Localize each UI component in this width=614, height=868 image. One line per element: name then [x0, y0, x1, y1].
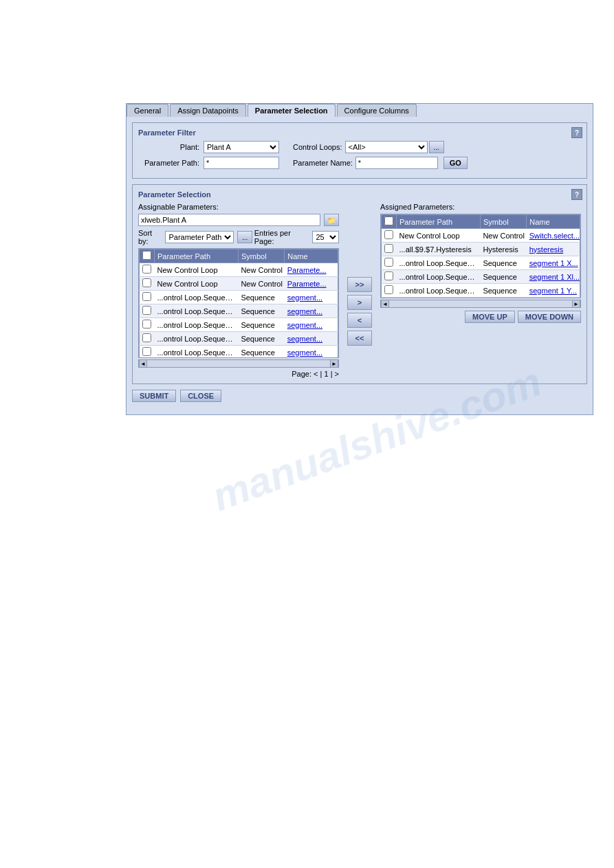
assigned-table-scroll[interactable]: Parameter Path Symbol Name New Control L… [380, 214, 581, 298]
assignable-row-checkbox[interactable] [142, 347, 151, 356]
assignable-row-checkbox[interactable] [142, 333, 151, 342]
assignable-col-path: Parameter Path [155, 249, 239, 263]
table-row[interactable]: ...ontrol Loop.Sequence Sequence segment… [140, 346, 338, 359]
close-button[interactable]: CLOSE [180, 390, 221, 402]
tabs-bar: General Assign Datapoints Parameter Sele… [127, 104, 593, 117]
assignable-row-name[interactable]: segment... [285, 318, 338, 332]
assignable-row-name[interactable]: segment... [285, 346, 338, 359]
assigned-row-name[interactable]: segment 1 Xl... [527, 270, 580, 284]
assignable-col-name: Name [285, 249, 338, 263]
assignable-hscroll-left[interactable]: ◄ [139, 359, 147, 368]
assignable-table: Parameter Path Symbol Name New Control L… [139, 249, 338, 358]
entries-select[interactable]: 25 [312, 231, 339, 243]
assigned-row-checkbox[interactable] [384, 230, 393, 239]
assigned-row-name[interactable]: segment 1 X... [527, 256, 580, 270]
assignable-row-path: ...ontrol Loop.Sequence [155, 332, 239, 346]
plant-select[interactable]: Plant A [204, 141, 279, 153]
assignable-row-name[interactable]: Paramete... [285, 277, 338, 291]
assignable-pagination: Page: < | 1 | > [138, 370, 339, 378]
assigned-col-symbol: Symbol [480, 215, 526, 229]
assignable-row-path: New Control Loop [155, 277, 239, 291]
assignable-row-name[interactable]: segment... [285, 332, 338, 346]
table-row[interactable]: ...ontrol Loop.Sequence Sequence segment… [140, 332, 338, 346]
parameter-selection-help-icon[interactable]: ? [571, 189, 582, 200]
move-down-button[interactable]: MOVE DOWN [518, 311, 581, 323]
plant-row: Plant: Plant A Control Loops: <All> ... [138, 141, 581, 153]
table-row[interactable]: New Control Loop New Control Loop Switch… [382, 229, 580, 243]
assignable-row-symbol: Sequence [238, 304, 284, 318]
table-row[interactable]: ...ontrol Loop.Sequence Sequence segment… [382, 270, 580, 284]
assignable-row-checkbox[interactable] [142, 320, 151, 329]
assigned-row-checkbox[interactable] [384, 285, 393, 294]
parameter-filter-help-icon[interactable]: ? [571, 127, 582, 138]
path-input[interactable] [138, 214, 320, 226]
table-row[interactable]: ...all.$9.$7.Hysteresis Hysteresis hyste… [382, 243, 580, 256]
assigned-panel: Assigned Parameters: Parameter Path Symb… [380, 203, 581, 378]
submit-button[interactable]: SUBMIT [132, 390, 176, 402]
path-browse-button[interactable]: 📁 [324, 214, 339, 226]
control-loops-select[interactable]: <All> [345, 141, 428, 153]
control-loops-label: Control Loops: [293, 143, 345, 151]
assigned-label: Assigned Parameters: [380, 203, 581, 211]
parameter-filter-title: Parameter Filter [138, 129, 581, 137]
assigned-row-path: ...ontrol Loop.Sequence [397, 270, 481, 284]
bottom-btns: SUBMIT CLOSE [132, 390, 587, 402]
assignable-row-checkbox[interactable] [142, 306, 151, 315]
table-row[interactable]: ...ontrol Loop.Sequence Sequence segment… [382, 284, 580, 298]
assigned-row-checkbox[interactable] [384, 271, 393, 280]
assignable-table-scroll[interactable]: Parameter Path Symbol Name New Control L… [138, 248, 339, 358]
control-loops-browse-button[interactable]: ... [429, 141, 444, 153]
assignable-row-symbol: Sequence [238, 332, 284, 346]
assigned-hscroll-left[interactable]: ◄ [381, 300, 389, 308]
assignable-row-checkbox[interactable] [142, 278, 151, 287]
plant-label: Plant: [138, 143, 204, 151]
assigned-hscroll[interactable]: ◄ ► [380, 300, 581, 308]
tab-parameter-selection[interactable]: Parameter Selection [248, 104, 336, 117]
assigned-table: Parameter Path Symbol Name New Control L… [381, 214, 580, 298]
assignable-row-symbol: Sequence [238, 318, 284, 332]
table-row[interactable]: New Control Loop New Control Loop Parame… [140, 277, 338, 291]
table-row[interactable]: ...ontrol Loop.Sequence Sequence segment… [140, 304, 338, 318]
table-row[interactable]: New Control Loop New Control Loop Parame… [140, 263, 338, 277]
tab-configure-columns[interactable]: Configure Columns [337, 104, 417, 117]
path-row: 📁 [138, 214, 339, 226]
go-button[interactable]: GO [443, 157, 468, 169]
assignable-panel: Assignable Parameters: 📁 Sort by: Parame… [138, 203, 339, 378]
tab-assign-datapoints[interactable]: Assign Datapoints [170, 104, 246, 117]
assignable-select-all-checkbox[interactable] [142, 251, 151, 260]
parameter-name-input[interactable] [355, 157, 438, 169]
parameter-path-label: Parameter Path: [138, 159, 204, 167]
assigned-row-checkbox[interactable] [384, 244, 393, 253]
tab-general[interactable]: General [127, 104, 168, 117]
sortby-select[interactable]: Parameter Path [165, 231, 234, 243]
assignable-row-checkbox[interactable] [142, 265, 151, 274]
assigned-hscroll-right[interactable]: ► [572, 300, 580, 308]
sortby-label: Sort by: [138, 229, 163, 245]
assigned-row-checkbox[interactable] [384, 258, 393, 267]
sortby-browse-button[interactable]: ... [237, 231, 252, 243]
assignable-hscroll-track [147, 360, 330, 367]
parameter-path-input[interactable] [204, 157, 279, 169]
assignable-row-symbol: Sequence [238, 346, 284, 359]
table-row[interactable]: ...ontrol Loop.Sequence Sequence segment… [140, 318, 338, 332]
assigned-row-name[interactable]: segment 1 Y... [527, 284, 580, 298]
transfer-left-button[interactable]: < [347, 313, 372, 328]
assignable-row-name[interactable]: segment... [285, 304, 338, 318]
table-row[interactable]: ...ontrol Loop.Sequence Sequence segment… [140, 291, 338, 304]
assigned-row-name[interactable]: hysteresis [527, 243, 580, 256]
transfer-right-button[interactable]: > [347, 295, 372, 310]
assignable-hscroll[interactable]: ◄ ► [138, 359, 339, 368]
transfer-all-left-button[interactable]: << [347, 331, 372, 346]
parameter-path-row: Parameter Path: Parameter Name: GO [138, 157, 581, 169]
assigned-row-name[interactable]: Switch.select... [527, 229, 580, 243]
assignable-row-name[interactable]: Paramete... [285, 263, 338, 277]
table-row[interactable]: ...ontrol Loop.Sequence Sequence segment… [382, 256, 580, 270]
transfer-all-right-button[interactable]: >> [347, 277, 372, 292]
assignable-row-name[interactable]: segment... [285, 291, 338, 304]
assignable-row-checkbox[interactable] [142, 292, 151, 301]
move-btns: MOVE UP MOVE DOWN [380, 311, 581, 323]
assigned-row-path: ...ontrol Loop.Sequence [397, 284, 481, 298]
assignable-hscroll-right[interactable]: ► [330, 359, 338, 368]
move-up-button[interactable]: MOVE UP [465, 311, 515, 323]
assigned-select-all-checkbox[interactable] [384, 216, 393, 225]
